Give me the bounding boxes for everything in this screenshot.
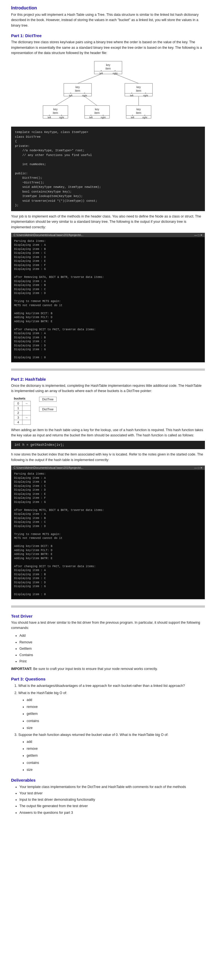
code-block-dictree: template <class KeyType, class ItemType>… [11, 127, 205, 211]
part2-para1: Once the dictionary is implemented, comp… [11, 383, 205, 394]
part2-para2: When adding an item to the hash table us… [11, 428, 205, 438]
q2-contains: contains [27, 718, 205, 724]
svg-text:item: item [136, 111, 141, 115]
svg-text:*: * [61, 114, 62, 117]
deliverables-title: Deliverables [11, 778, 205, 783]
deliverables-list: Your template class implementations for … [19, 784, 205, 816]
terminal2-title: C:\Users\Admin\Documents\visual basic\20… [14, 466, 83, 469]
q2-remove: remove [27, 704, 205, 710]
terminal1-titlebar: C:\Users\Admin\Documents\visual basic\20… [11, 233, 205, 237]
bucket-row-3: 3→ [14, 415, 31, 420]
svg-text:item: item [106, 67, 110, 70]
dict-tree-labels: DictTree DictTree [39, 397, 56, 412]
terminal-output-1: C:\Users\Admin\Documents\visual basic\20… [11, 233, 205, 363]
deliverable-2: Your test driver [19, 791, 205, 796]
bucket-cell-4: 4 [14, 420, 22, 425]
svg-text:key: key [75, 86, 80, 89]
svg-text:key: key [136, 86, 141, 89]
svg-text:item: item [75, 89, 80, 92]
command-add: Add [19, 633, 205, 639]
terminal1-content: Parsing data items: Displaying item : A … [11, 237, 205, 362]
q3-add: add [27, 739, 205, 745]
bucket-cell-0: 0 [14, 401, 22, 406]
deliverable-4: The output file generated from the test … [19, 803, 205, 809]
part1-para1: The dictionary tree class stores key/val… [11, 40, 205, 56]
svg-text:*: * [132, 114, 133, 117]
svg-text:item: item [136, 89, 141, 92]
terminal2-content: Parsing data items: Displaying item : A … [11, 470, 205, 599]
bucket-row-1: 1 [14, 406, 31, 410]
buckets-section: buckets 0→ 1 2 3→ 4 [14, 397, 31, 425]
svg-text:*: * [102, 114, 104, 117]
part3-title: Part 3: Questions [11, 677, 205, 681]
svg-line-10 [78, 74, 101, 83]
svg-text:*: * [145, 92, 146, 95]
test-driver-title: Test Driver [11, 614, 205, 619]
svg-text:*: * [84, 92, 85, 95]
svg-text:key: key [136, 108, 141, 111]
main-page: Introduction For this project you will i… [0, 0, 216, 823]
q2-subitems: add remove getItem contains size [27, 697, 205, 731]
deliverable-1: Your template class implementations for … [19, 784, 205, 790]
svg-text:*: * [101, 70, 102, 72]
q3-subitems: add remove getItem contains size [27, 739, 205, 773]
bucket-row-2: 2 [14, 410, 31, 415]
svg-text:*: * [90, 114, 91, 117]
svg-text:key: key [95, 108, 99, 111]
command-print: Print [19, 659, 205, 664]
part1-title: Part 1: DictTree [11, 33, 205, 38]
terminal1-title: C:\Users\Admin\Documents\visual basic\20… [14, 234, 83, 237]
command-contains: Contains [19, 652, 205, 658]
part2-title: Part 2: HashTable [11, 377, 205, 382]
bucket-arrow-2 [22, 410, 31, 415]
deliverable-3: Input to the test driver demonstrating f… [19, 797, 205, 803]
bucket-arrow-3: → [22, 415, 31, 420]
dict-tree-box-1: DictTree [39, 397, 56, 402]
svg-line-28 [56, 96, 71, 105]
q3-getitem: getItem [27, 753, 205, 758]
svg-text:*: * [70, 92, 71, 95]
question-1: What is the advantages/disadvantages of … [18, 683, 205, 689]
bucket-cell-1: 1 [14, 406, 22, 410]
command-remove: Remove [19, 640, 205, 645]
test-driver-para: You should have a test driver similar to… [11, 620, 205, 631]
command-getitem: GetItem [19, 646, 205, 652]
buckets-table: 0→ 1 2 3→ 4 [14, 401, 31, 425]
bucket-arrow-4 [22, 420, 31, 425]
hash-code-block: int h = getHashIndex(iv); [11, 441, 205, 449]
terminal2-controls: — □ ✕ [194, 466, 202, 469]
commands-list: Add Remove GetItem Contains Print [19, 633, 205, 664]
svg-text:*: * [144, 114, 145, 117]
svg-text:item: item [94, 111, 99, 115]
bucket-cell-2: 2 [14, 410, 22, 415]
question-3: Suppose the hash function always returne… [18, 732, 205, 773]
deliverable-5: Answers to the questions for part 3 [19, 810, 205, 816]
tree-svg: key item left right * * key item left ri… [42, 59, 175, 122]
terminal2-titlebar: C:\Users\Admin\Documents\visual basic\20… [11, 466, 205, 470]
important-text: IMPORTANT: Be sure to craft your input t… [11, 667, 205, 671]
bucket-cell-3: 3 [14, 415, 22, 420]
hash-table-diagram: buckets 0→ 1 2 3→ 4 DictTree DictTree [14, 397, 205, 425]
svg-text:right: right [113, 72, 118, 75]
svg-line-11 [115, 74, 139, 83]
svg-text:*: * [115, 70, 116, 72]
part2-para3: h now stores the bucket index that the i… [11, 452, 205, 463]
q2-size: size [27, 725, 205, 731]
q2-add: add [27, 697, 205, 703]
svg-text:*: * [131, 92, 132, 95]
svg-text:*: * [49, 114, 50, 117]
bucket-arrow-1 [22, 406, 31, 410]
buckets-label: buckets [14, 397, 31, 400]
separator-2 [11, 605, 205, 608]
q3-size: size [27, 767, 205, 773]
terminal-output-2: C:\Users\Admin\Documents\visual basic\20… [11, 466, 205, 599]
q2-getitem: getItem [27, 711, 205, 716]
svg-text:key: key [53, 108, 58, 111]
questions-list: What is the advantages/disadvantages of … [18, 683, 205, 773]
bucket-row-0: 0→ [14, 401, 31, 406]
svg-text:key: key [106, 64, 110, 67]
q3-remove: remove [27, 746, 205, 751]
svg-line-29 [85, 96, 97, 105]
intro-paragraph: For this project you will implement a Ha… [11, 12, 205, 28]
terminal1-controls: — □ ✕ [194, 234, 202, 237]
